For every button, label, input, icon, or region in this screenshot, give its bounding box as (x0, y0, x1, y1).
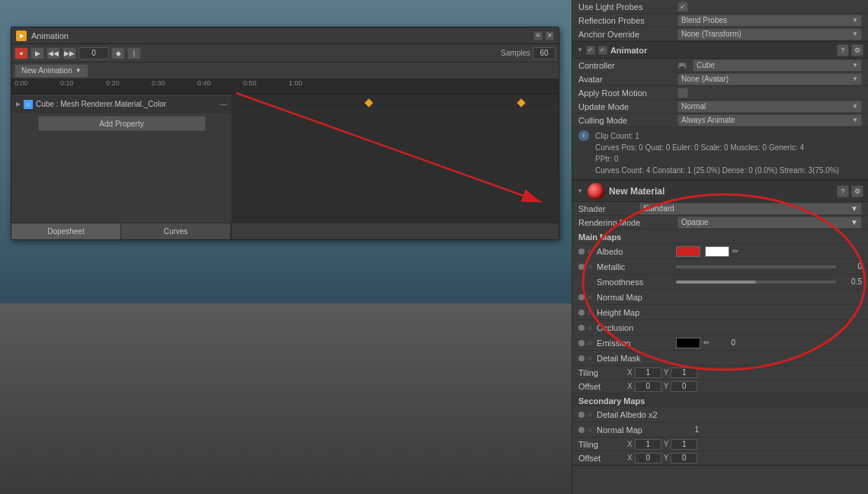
controller-value: 🎮 Cube ▼ (677, 59, 862, 72)
new-animation-button[interactable]: New Animation ▼ (14, 64, 88, 78)
reflection-probes-value-text: Blend Probes (681, 16, 727, 24)
reflection-probes-row: Reflection Probes Blend Probes ▼ (572, 14, 868, 27)
ruler-mark-30: 0:30 (152, 79, 165, 87)
emission-edit-icon[interactable]: ✏ (703, 338, 709, 347)
occlusion-label: Occlusion (597, 323, 673, 332)
main-maps-header: Main Maps (572, 229, 868, 244)
material-title: New Material (609, 186, 665, 197)
prev-button[interactable]: ◀◀ (46, 47, 60, 59)
secondary-tiling-x-label: X (627, 440, 633, 448)
animator-enabled-checkbox[interactable]: ✓ (586, 46, 595, 55)
curves-button[interactable]: Curves (121, 223, 231, 239)
anchor-override-dropdown[interactable]: None (Transform) ▼ (677, 28, 862, 40)
keyframe-diamond-2[interactable] (517, 98, 525, 107)
secondary-maps-header: Secondary Maps (572, 393, 868, 407)
material-icons: ? ⚙ (837, 185, 863, 197)
animator-active-checkbox[interactable]: ✓ (598, 46, 607, 55)
animator-info-block: i Clip Count: 1 Curves Pos: 0 Quat: 0 Eu… (572, 127, 868, 180)
dopesheet-button[interactable]: Dopesheet (11, 223, 121, 239)
track-color-icon: C (24, 100, 33, 109)
secondary-tiling-x-input[interactable] (635, 439, 661, 450)
detail-albedo-circle-icon: ○ (588, 410, 592, 419)
samples-input[interactable] (533, 47, 556, 59)
smoothness-slider[interactable] (676, 281, 836, 284)
ruler-mark-50: 0:50 (243, 79, 257, 87)
update-mode-dropdown[interactable]: Normal ▼ (677, 101, 862, 113)
use-light-probes-checkbox[interactable]: ✓ (677, 2, 688, 12)
secondary-offset-y-label: Y (664, 454, 669, 462)
rendering-mode-dropdown[interactable]: Opaque ▼ (677, 217, 862, 229)
record-button[interactable]: ● (14, 47, 28, 59)
albedo-row: ○ Albedo ✏ (572, 244, 868, 259)
apply-root-motion-checkbox[interactable] (677, 88, 688, 98)
animator-info-text: Clip Count: 1 Curves Pos: 0 Quat: 0 Eule… (595, 130, 839, 176)
time-input[interactable] (78, 47, 109, 59)
albedo-edit-icon[interactable]: ✏ (732, 247, 738, 255)
rendering-mode-value-text: Opaque (681, 218, 709, 226)
tiling-y-input[interactable] (671, 367, 697, 378)
animator-settings-icon[interactable]: ⚙ (851, 44, 863, 56)
right-panel: Use Light Probes ✓ Reflection Probes Ble… (572, 0, 868, 494)
secondary-tiling-y-input[interactable] (671, 439, 697, 450)
add-property-row: Add Property (11, 113, 232, 134)
track-name-label: Cube : Mesh Renderer.Material._Color (36, 100, 166, 108)
occlusion-row: ○ Occlusion (572, 320, 868, 335)
avatar-row: Avatar None (Avatar) ▼ (572, 72, 868, 86)
keyframe-diamond-1[interactable] (364, 98, 373, 107)
height-map-row: ○ Height Map (572, 305, 868, 320)
controller-dropdown[interactable]: Cube ▼ (693, 59, 862, 72)
height-map-label: Height Map (597, 308, 673, 317)
offset-xy: X Y (627, 381, 697, 392)
secondary-offset-x-input[interactable] (635, 453, 661, 464)
add-event-button[interactable]: | (127, 47, 141, 59)
emission-value: 0 (713, 338, 735, 347)
timeline-tracks: ▶ C Cube : Mesh Renderer.Material._Color… (11, 95, 559, 223)
offset-y-input[interactable] (671, 381, 697, 392)
ruler-mark-0: 0:00 (14, 79, 28, 87)
secondary-tiling-label: Tiling (578, 440, 624, 449)
tiling-x-input[interactable] (635, 367, 661, 378)
avatar-dropdown[interactable]: None (Avatar) ▼ (677, 73, 862, 85)
metallic-slider[interactable] (676, 265, 836, 268)
material-sphere-preview (588, 183, 604, 200)
animation-second-bar: New Animation ▼ (11, 63, 559, 79)
viewport-ground (0, 303, 572, 494)
culling-mode-value-text: Always Animate (681, 116, 735, 124)
secondary-offset-label: Offset (578, 454, 624, 463)
albedo-color-swatch-2[interactable] (705, 246, 729, 257)
emission-row: ○ Emission ✏ 0 (572, 335, 868, 351)
secondary-offset-y-input[interactable] (671, 453, 697, 464)
secondary-normal-map-circle-icon: ○ (588, 425, 592, 434)
detail-mask-label: Detail Mask (597, 354, 673, 363)
tiling-xy: X Y (627, 367, 697, 378)
next-button[interactable]: ▶▶ (62, 47, 76, 59)
reflection-probes-dropdown[interactable]: Blend Probes ▼ (677, 14, 862, 27)
albedo-color-swatch[interactable] (676, 246, 700, 257)
add-property-button[interactable]: Add Property (38, 116, 206, 131)
dropdown-arrow-icon: ▼ (75, 67, 82, 74)
animator-help-icon[interactable]: ? (837, 44, 849, 56)
secondary-tiling-row: Tiling X Y (572, 438, 868, 451)
ruler-mark-40: 0:40 (197, 79, 211, 87)
window-close-btn[interactable]: ✕ (545, 31, 554, 40)
animator-expand-icon: ▼ (577, 47, 583, 53)
culling-mode-dropdown[interactable]: Always Animate ▼ (677, 114, 862, 127)
track-row-color[interactable]: ▶ C Cube : Mesh Renderer.Material._Color… (11, 96, 232, 113)
detail-mask-row: ○ Detail Mask (572, 351, 868, 366)
shader-label: Shader (578, 204, 639, 213)
rendering-mode-row: Rendering Mode Opaque ▼ (572, 216, 868, 229)
offset-x-input[interactable] (635, 381, 661, 392)
track-remove-icon[interactable]: — (219, 100, 227, 108)
shader-dropdown[interactable]: Standard ▼ (639, 203, 862, 215)
anchor-override-row: Anchor Override None (Transform) ▼ (572, 27, 868, 41)
window-menu-btn[interactable]: ≡ (533, 31, 543, 40)
material-settings-icon[interactable]: ⚙ (851, 185, 863, 197)
material-help-icon[interactable]: ? (837, 185, 849, 197)
track-keyframes (232, 95, 559, 223)
timeline-ruler: 0:00 0:10 0:20 0:30 0:40 0:50 1:00 (11, 79, 559, 95)
add-keyframe-button[interactable]: ◆ (111, 47, 125, 59)
detail-mask-dot (578, 355, 585, 361)
height-map-circle-icon: ○ (588, 308, 592, 316)
emission-color-swatch[interactable] (676, 338, 700, 348)
play-button[interactable]: ▶ (30, 47, 44, 59)
